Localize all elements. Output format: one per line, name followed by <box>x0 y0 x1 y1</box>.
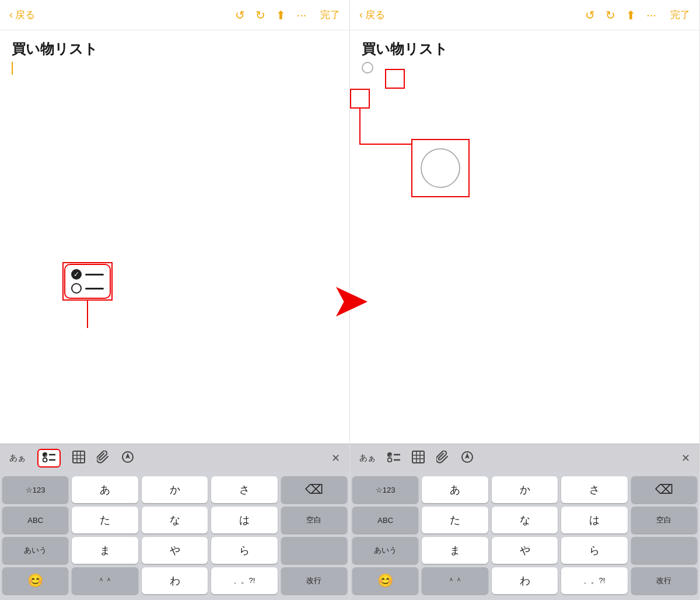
chevron-left-icon-right: ‹ <box>359 9 363 21</box>
note-area-right: 買い物リスト <box>350 30 699 444</box>
kb-key-ra-right[interactable]: ら <box>561 537 627 564</box>
toolbar-send-right[interactable] <box>461 451 474 466</box>
kb-key-return-right[interactable]: 改行 <box>631 567 697 594</box>
kb-key-num-right[interactable]: ☆123 <box>352 476 418 503</box>
svg-point-3 <box>43 458 47 462</box>
popup-line-2 <box>85 288 104 289</box>
back-button-left[interactable]: ‹ 戻る <box>9 8 50 22</box>
attach-svg-left <box>97 451 110 463</box>
toolbar-attach-left[interactable] <box>97 451 110 466</box>
kb-key-emoji-right[interactable]: 😊 <box>352 567 418 594</box>
kb-key-na-right[interactable]: な <box>492 507 558 533</box>
svg-point-15 <box>388 458 392 462</box>
header-left: ‹ 戻る ↺ ↻ ⬆ ··· 完了 <box>0 0 349 30</box>
toolbar-checklist-left[interactable]: ✓ <box>37 449 61 468</box>
done-button-left[interactable]: 完了 <box>320 8 340 22</box>
kb-key-hat-right[interactable]: ＾＾ <box>422 567 488 594</box>
connector-v-right1 <box>359 109 360 144</box>
kb-key-aiう-right[interactable]: あいう <box>352 537 418 564</box>
kb-key-wa-left[interactable]: わ <box>142 567 208 594</box>
kb-key-enter-right[interactable] <box>631 537 697 564</box>
svg-rect-17 <box>412 451 424 463</box>
more-icon-left[interactable]: ··· <box>296 8 306 22</box>
back-label-left: 戻る <box>15 8 35 22</box>
header-icons-right: ↺ ↻ ⬆ ··· 完了 <box>585 8 690 22</box>
toolbar-checklist-right[interactable]: ✓ <box>387 452 400 465</box>
popup-check-filled-icon: ✓ <box>71 269 82 280</box>
kb-key-sa-left[interactable]: さ <box>211 476 277 503</box>
kb-key-punct-left[interactable]: 、。?! <box>211 567 277 594</box>
toolbar-left: あぁ ✓ <box>0 444 349 472</box>
redo-icon-right[interactable]: ↻ <box>606 8 615 22</box>
checklist-svg-right: ✓ <box>387 452 400 462</box>
share-icon-left[interactable]: ⬆ <box>276 8 286 22</box>
kb-key-ya-left[interactable]: や <box>142 537 208 564</box>
kb-key-ka-left[interactable]: か <box>142 476 208 503</box>
kb-key-ya-right[interactable]: や <box>492 537 558 564</box>
toolbar-table-right[interactable] <box>412 451 425 466</box>
note-area-left: 買い物リスト ✓ <box>0 30 349 444</box>
kb-key-hat-left[interactable]: ＾＾ <box>72 567 138 594</box>
check-circle-right <box>362 62 373 74</box>
toolbar-close-right[interactable]: ✕ <box>681 452 690 465</box>
more-icon-right[interactable]: ··· <box>646 8 656 22</box>
toolbar-aa-left[interactable]: あぁ <box>9 453 26 463</box>
svg-rect-5 <box>73 451 85 463</box>
kb-key-enter-left[interactable] <box>281 537 347 564</box>
kb-key-aiう-left[interactable]: あいう <box>2 537 68 564</box>
kb-key-sa-right[interactable]: さ <box>561 476 627 503</box>
note-title-left: 買い物リスト <box>12 40 338 58</box>
back-button-right[interactable]: ‹ 戻る <box>359 8 400 22</box>
undo-icon-right[interactable]: ↺ <box>585 8 595 22</box>
kb-key-wa-right[interactable]: わ <box>492 567 558 594</box>
checklist-bullet-right <box>362 62 688 74</box>
kb-key-a-left[interactable]: あ <box>72 476 138 503</box>
undo-icon-left[interactable]: ↺ <box>235 8 245 22</box>
toolbar-send-left[interactable] <box>121 451 134 466</box>
kb-key-del-right[interactable]: ⌫ <box>631 476 697 503</box>
kb-key-return-left[interactable]: 改行 <box>281 567 347 594</box>
send-svg-left <box>121 451 134 463</box>
kb-key-a-right[interactable]: あ <box>422 476 488 503</box>
kb-key-abc-right[interactable]: ABC <box>352 507 418 533</box>
kb-key-emoji-left[interactable]: 😊 <box>2 567 68 594</box>
kb-key-ha-left[interactable]: は <box>211 507 277 533</box>
note-circle-red-box <box>385 69 405 89</box>
keyboard-right: ☆123 あ か さ ⌫ ABC た な は 空白 あいう ま や ら 😊 ＾＾… <box>350 472 699 600</box>
kb-row-3-left: あいう ま や ら <box>2 537 347 564</box>
keyboard-left: ☆123 あ か さ ⌫ ABC た な は 空白 あいう ま や ら 😊 ＾＾… <box>0 472 349 600</box>
kb-key-ra-left[interactable]: ら <box>211 537 277 564</box>
kb-key-ma-right[interactable]: ま <box>422 537 488 564</box>
toolbar-close-left[interactable]: ✕ <box>331 452 340 465</box>
toolbar-attach-right[interactable] <box>436 451 449 466</box>
kb-key-space-left[interactable]: 空白 <box>281 507 347 533</box>
toolbar-table-left[interactable] <box>72 451 85 466</box>
kb-row-3-right: あいう ま や ら <box>352 537 697 564</box>
kb-key-ha-right[interactable]: は <box>561 507 627 533</box>
toolbar-aa-right[interactable]: あぁ <box>359 453 376 463</box>
cursor-left <box>12 62 13 75</box>
kb-key-num-left[interactable]: ☆123 <box>2 476 68 503</box>
kb-key-abc-left[interactable]: ABC <box>2 507 68 533</box>
header-icons-left: ↺ ↻ ⬆ ··· 完了 <box>235 8 340 22</box>
kb-key-ma-left[interactable]: ま <box>72 537 138 564</box>
kb-key-punct-right[interactable]: 、。?! <box>561 567 627 594</box>
kb-key-na-left[interactable]: な <box>142 507 208 533</box>
kb-row-1-right: ☆123 あ か さ ⌫ <box>352 476 697 503</box>
header-right: ‹ 戻る ↺ ↻ ⬆ ··· 完了 <box>350 0 699 30</box>
kb-key-space-right[interactable]: 空白 <box>631 507 697 533</box>
kb-key-del-left[interactable]: ⌫ <box>281 476 347 503</box>
back-label-right: 戻る <box>365 8 385 22</box>
popup-row-checked: ✓ <box>71 269 104 280</box>
redo-icon-left[interactable]: ↻ <box>256 8 265 22</box>
chevron-left-icon: ‹ <box>9 9 13 21</box>
kb-row-2-left: ABC た な は 空白 <box>2 507 347 533</box>
kb-key-ta-left[interactable]: た <box>72 507 138 533</box>
kb-row-1-left: ☆123 あ か さ ⌫ <box>2 476 347 503</box>
share-icon-right[interactable]: ⬆ <box>626 8 636 22</box>
checklist-svg-left: ✓ <box>43 452 55 462</box>
kb-key-ka-right[interactable]: か <box>492 476 558 503</box>
popup-line-1 <box>85 274 104 275</box>
done-button-right[interactable]: 完了 <box>670 8 690 22</box>
kb-key-ta-right[interactable]: た <box>422 507 488 533</box>
